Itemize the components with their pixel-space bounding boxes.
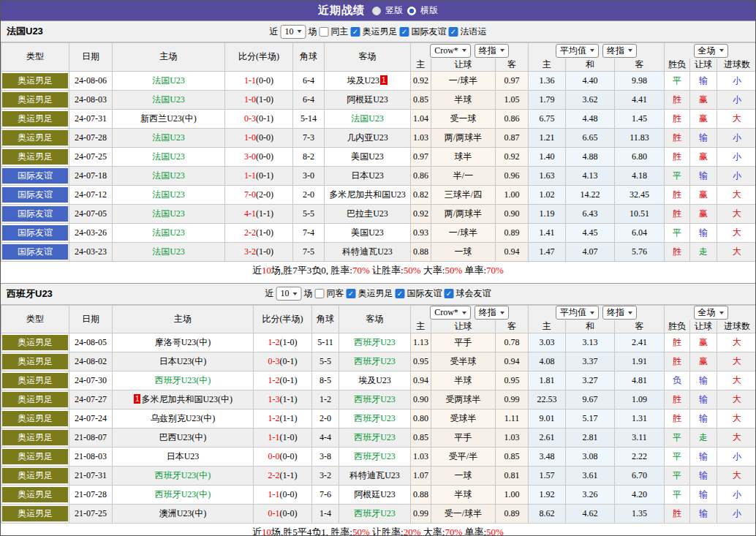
away-team-name[interactable]: 埃及U23 [347,75,379,86]
corner-score: 7-6 [320,489,331,499]
handicap-away-odds-cell: 0.85 [496,448,529,467]
goals-result-cell: 小 [717,71,756,90]
away-team-name[interactable]: 西班牙U23 [354,451,396,461]
corner-cell: 5-11 [312,333,339,352]
type-cell: 奥运男足 [1,128,69,147]
away-team-name[interactable]: 科特迪瓦U23 [349,470,400,480]
league-checkbox-1[interactable]: ✓ [400,27,409,37]
results-table: 类型日期主场比分(半场)角球客场Crow*终指平均值终指全场主让球客主和客胜负让… [1,305,756,524]
corner-cell: 6-4 [293,71,325,90]
final-odds-select[interactable]: 终指 [475,306,509,320]
goals-result-cell: 大 [717,371,756,390]
away-team-name[interactable]: 西班牙U23 [354,356,396,366]
home-team-name[interactable]: 法国U23 [152,94,185,105]
home-team-name[interactable]: 法国U23 [152,75,185,86]
check-icon: ✓ [401,28,407,36]
scope-select[interactable]: 全场 [694,306,728,320]
table-row: 国际友谊24-03-26法国U232-2(1-0)7-4美国U230.93一/球… [1,223,756,242]
home-team-name[interactable]: 法国U23 [152,132,185,143]
handicap-home-odds-cell: 1.07 [411,467,431,486]
home-team-name[interactable]: 法国U23 [152,246,185,257]
home-team-name[interactable]: 西班牙U23(中) [155,470,211,480]
home-team-name[interactable]: 日本U23(中) [159,356,207,366]
away-team-name[interactable]: 法国U23 [351,113,384,124]
average-select[interactable]: 平均值 [556,44,599,58]
summary-part: 单率: [462,265,486,276]
league-checkbox-2[interactable]: ✓ [445,289,454,298]
away-team-name[interactable]: 巴拉圭U23 [347,208,388,219]
handicap-result-cell: 输 [690,409,717,429]
league-checkbox-1[interactable]: ✓ [396,289,405,298]
handicap-away-odds: 1.00 [504,489,520,499]
away-team-name[interactable]: 西班牙U23 [354,413,396,423]
league-checkbox-0[interactable]: ✓ [351,27,360,37]
scope-select[interactable]: 全场 [694,44,728,58]
handicap-result: 赢 [699,208,708,219]
bookmaker-select[interactable]: Crow* [430,306,471,320]
home-team-name[interactable]: 澳洲U23(中) [159,508,207,518]
home-team-name[interactable]: 法国U23 [152,227,185,238]
scope-select-value: 全场 [698,45,716,57]
horizontal-layout-radio[interactable] [407,7,416,15]
away-team-name[interactable]: 西班牙U23 [354,508,396,518]
bookmaker-select[interactable]: Crow* [430,44,471,58]
handicap-home-odds-cell: 1.03 [411,128,431,147]
record-summary: 近10场,胜5平4负1, 胜率:50% 让胜率:20% 大率:70% 单率:50… [1,524,755,536]
same-venue-checkbox[interactable] [320,27,329,37]
same-venue-checkbox[interactable] [315,289,325,298]
recent-count-select[interactable]: 10 [276,287,302,301]
fulltime-score: 1-1 [244,75,256,86]
away-team-cell: 阿根廷U23 [325,90,411,109]
fulltime-score: 1-3 [268,394,280,404]
away-team-name[interactable]: 多米尼加共和国U23 [329,189,406,200]
home-team-name[interactable]: 法国U23 [152,189,185,200]
away-team-name[interactable]: 美国U23 [351,227,384,238]
home-team-name[interactable]: 日本U23 [167,451,200,461]
home-team-name[interactable]: 摩洛哥U23(中) [155,337,211,347]
handicap-result-cell: 输 [690,505,717,524]
chevron-down-icon [293,292,298,295]
league-checkbox-2[interactable]: ✓ [449,27,458,37]
away-team-cell: 西班牙U23 [339,448,411,467]
final-odds-select-2[interactable]: 终指 [602,306,637,320]
home-team-name[interactable]: 法国U23 [152,208,185,219]
away-team-name[interactable]: 西班牙U23 [354,432,396,442]
odds-header-label: 主 [417,59,426,69]
away-team-name[interactable]: 西班牙U23 [354,337,396,347]
recent-count-select[interactable]: 10 [281,25,306,39]
final-odds-select[interactable]: 终指 [475,44,509,58]
away-team-name[interactable]: 阿根廷U23 [354,489,396,499]
away-team-name[interactable]: 科特迪瓦U23 [342,246,393,257]
league-checkbox-0[interactable]: ✓ [347,289,356,298]
fulltime-score: 0-3 [268,356,280,366]
wdl-result: 平 [673,432,681,442]
away-team-name[interactable]: 西班牙U23 [354,394,396,404]
home-team-name[interactable]: 西班牙U23(中) [155,375,211,385]
avg-home-odds-cell: 1.79 [529,90,566,109]
away-team-name[interactable]: 几内亚U23 [347,132,388,143]
home-team-name[interactable]: 乌兹别克U23(中) [151,413,216,423]
handicap-result: 走 [699,246,708,257]
away-team-name[interactable]: 美国U23 [351,151,384,162]
date-cell: 24-07-25 [69,147,113,166]
home-team-name[interactable]: 法国U23 [152,151,185,162]
away-team-name[interactable]: 日本U23 [351,170,384,181]
type-cell: 奥运男足 [1,486,69,505]
column-header-2: 主场 [113,305,254,333]
vertical-layout-radio[interactable] [372,7,381,15]
home-team-name[interactable]: 西班牙U23(中) [155,489,211,499]
home-team-name[interactable]: 新西兰U23(中) [140,113,197,124]
avg-away-odds: 5.76 [632,246,647,257]
average-select[interactable]: 平均值 [556,306,599,320]
home-team-name[interactable]: 巴西U23(中) [159,432,207,442]
home-team-name[interactable]: 多米尼加共和国U23(中) [141,394,233,404]
date-cell: 24-08-05 [69,333,113,352]
away-team-name[interactable]: 阿根廷U23 [347,94,388,105]
home-team-name[interactable]: 法国U23 [152,170,185,181]
away-team-name[interactable]: 埃及U23 [358,375,391,385]
chevron-down-icon [298,30,302,33]
column-header-label: 类型 [26,51,44,61]
corner-cell: 3-0 [293,166,325,185]
avg-away-odds-cell: 2.41 [615,333,665,352]
final-odds-select-2[interactable]: 终指 [602,44,637,58]
